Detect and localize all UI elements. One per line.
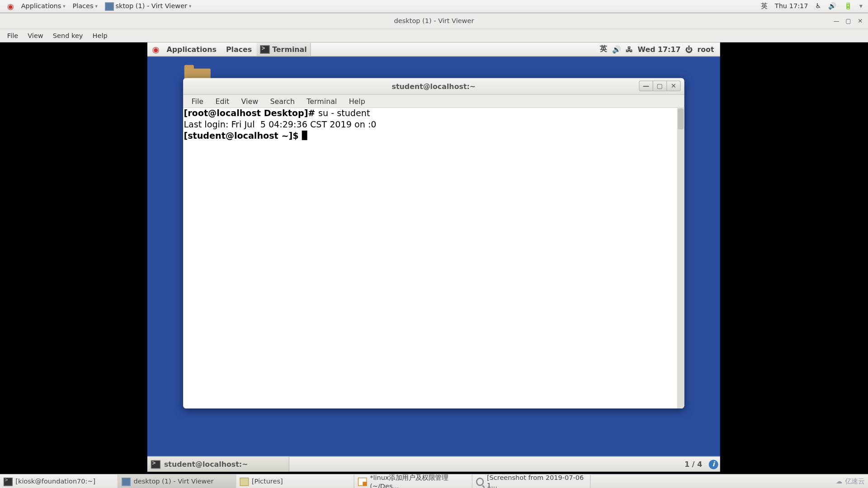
guest-terminal-maximize-button[interactable]: ▢ [653,80,667,91]
vv-menu-sendkey[interactable]: Send key [48,31,88,41]
guest-foot-icon: ◉ [150,44,162,54]
folder-icon [240,477,249,485]
guest-terminal-titlebar[interactable]: student@localhost:~ — ▢ ✕ [183,78,684,95]
host-ime-indicator[interactable]: 英 [759,2,769,11]
watermark-logo-icon: ☁ [836,478,843,485]
watermark: ☁ 亿速云 [832,474,868,488]
virt-viewer-icon [122,477,131,485]
vv-minimize-button[interactable]: — [831,16,842,26]
host-top-panel: ◉ Applications ▾ Places ▾ sktop (1) - Vi… [0,0,868,13]
guest-terminal-close-button[interactable]: ✕ [666,80,681,91]
virt-viewer-window: desktop (1) - Virt Viewer — ▢ ✕ File Vie… [0,13,868,474]
vv-menu-file[interactable]: File [2,31,23,41]
virt-viewer-title: desktop (1) - Virt Viewer [394,17,474,25]
gterm-menu-search[interactable]: Search [264,96,301,107]
host-clock[interactable]: Thu 17:17 [773,2,810,10]
host-task-screenshot[interactable]: [Screenshot from 2019-07-06 1... [472,474,590,488]
gterm-menu-help[interactable]: Help [343,96,371,107]
guest-terminal-scrollbar[interactable] [677,108,684,408]
guest-power-icon[interactable]: ⏻ [685,45,693,53]
host-task-editor[interactable]: *linux添加用户及权限管理 (~/Des... [354,474,472,488]
guest-terminal-title: student@localhost:~ [392,82,476,90]
guest-places-menu[interactable]: Places [221,44,256,55]
info-icon: i [709,460,718,469]
virt-viewer-display[interactable]: ◉ Applications Places Terminal 英 🔊 🖧 Wed… [0,42,868,474]
vv-menu-help[interactable]: Help [88,31,112,41]
host-volume-icon[interactable]: 🔊 [826,2,838,10]
guest-terminal-menubar: File Edit View Search Terminal Help [183,95,684,108]
gterm-menu-terminal[interactable]: Terminal [301,96,343,107]
vv-maximize-button[interactable]: ▢ [843,16,854,26]
gedit-icon [358,477,367,485]
guest-terminal-text-area[interactable]: [root@localhost Desktop]# su - student L… [183,108,684,408]
terminal-output-line: Last login: Fri Jul 5 04:29:36 CST 2019 … [184,120,376,129]
terminal-prompt-student: [student@localhost ~]$ [184,131,302,141]
guest-top-panel: ◉ Applications Places Terminal 英 🔊 🖧 Wed… [147,42,720,57]
terminal-icon [151,460,160,468]
host-battery-icon[interactable]: 🔋 [842,2,854,10]
gterm-menu-file[interactable]: File [185,96,209,107]
terminal-prompt-root: [root@localhost Desktop]# [184,108,318,118]
host-accessibility-icon[interactable]: ♿ [813,2,823,10]
terminal-cursor [302,131,307,140]
guest-clock[interactable]: Wed 17:17 [638,45,681,53]
gterm-menu-view[interactable]: View [235,96,264,107]
host-task-virtviewer[interactable]: sktop (1) - Virt Viewer ▾ [101,1,195,12]
terminal-icon [4,477,13,485]
terminal-command: su - student [318,108,370,118]
host-places-menu[interactable]: Places ▾ [69,1,101,11]
guest-terminal-window: student@localhost:~ — ▢ ✕ File Edit View… [183,78,684,408]
guest-terminal-scroll-thumb[interactable] [678,108,684,129]
host-task-pictures[interactable]: [Pictures] [236,474,354,488]
guest-network-icon[interactable]: 🖧 [626,45,633,53]
vv-close-button[interactable]: ✕ [855,16,866,26]
host-bottom-taskbar: [kiosk@foundation70:~] desktop (1) - Vir… [0,474,868,488]
guest-terminal-minimize-button[interactable]: — [639,80,653,91]
guest-desktop[interactable]: ◉ Applications Places Terminal 英 🔊 🖧 Wed… [147,42,720,472]
guest-bottom-panel: student@localhost:~ 1 / 4 i [147,456,720,471]
host-foot-icon: ◉ [4,0,18,12]
guest-applications-menu[interactable]: Applications [162,44,222,55]
virt-viewer-titlebar: desktop (1) - Virt Viewer — ▢ ✕ [0,14,868,29]
guest-user-label[interactable]: root [697,45,714,53]
image-viewer-icon [476,477,484,485]
host-applications-menu[interactable]: Applications ▾ [18,1,69,11]
host-task-virt-viewer[interactable]: desktop (1) - Virt Viewer [118,474,236,488]
guest-task-terminal[interactable]: Terminal [257,42,311,56]
guest-volume-icon[interactable]: 🔊 [612,45,621,53]
host-task-kiosk-terminal[interactable]: [kiosk@foundation70:~] [0,474,118,488]
gterm-menu-edit[interactable]: Edit [209,96,235,107]
virt-viewer-menubar: File View Send key Help [0,29,868,42]
host-user-menu-chevron-icon[interactable]: ▾ [858,2,864,10]
guest-info-button[interactable]: i [707,457,720,472]
guest-bottom-task-terminal[interactable]: student@localhost:~ [147,457,289,472]
guest-ime-indicator[interactable]: 英 [600,44,607,54]
terminal-icon [260,45,270,53]
guest-workspace-pager[interactable]: 1 / 4 [680,457,707,472]
vv-menu-view[interactable]: View [23,31,48,41]
